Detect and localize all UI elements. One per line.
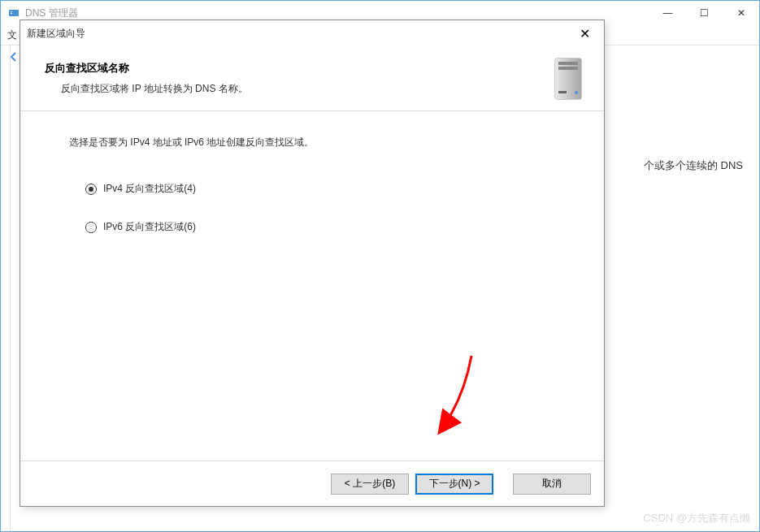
svg-rect-5 [558,62,578,65]
svg-rect-7 [558,91,567,93]
back-button[interactable]: < 上一步(B) [331,474,409,495]
tree-panel [1,45,11,531]
radio-icon [85,184,97,195]
svg-point-8 [575,91,578,94]
dialog-header: 反向查找区域名称 反向查找区域将 IP 地址转换为 DNS 名称。 [20,46,604,111]
svg-rect-0 [9,10,19,16]
radio-ipv4[interactable]: IPv4 反向查找区域(4) [85,182,555,196]
svg-rect-6 [558,67,578,70]
radio-icon [85,222,97,233]
dialog-footer: < 上一步(B) 下一步(N) > 取消 [20,461,604,506]
dialog-body: 选择是否要为 IPv4 地址或 IPv6 地址创建反向查找区域。 IPv4 反向… [20,111,604,283]
dns-app-icon [7,6,20,19]
dialog-subheading: 反向查找区域将 IP 地址转换为 DNS 名称。 [61,82,549,96]
svg-rect-1 [11,11,12,12]
annotation-arrow [382,352,480,449]
parent-title: DNS 管理器 [25,6,649,20]
dialog-prompt: 选择是否要为 IPv4 地址或 IPv6 地址创建反向查找区域。 [69,136,555,149]
radio-ipv6[interactable]: IPv6 反向查找区域(6) [85,220,555,234]
radio-group: IPv4 反向查找区域(4) IPv6 反向查找区域(6) [85,182,555,234]
dialog-close-button[interactable]: ✕ [571,20,597,46]
minimize-button[interactable]: — [649,1,686,25]
dialog-heading: 反向查找区域名称 [45,61,549,76]
next-button[interactable]: 下一步(N) > [415,474,493,495]
cancel-button[interactable]: 取消 [513,474,591,495]
server-tower-icon [549,55,588,102]
maximize-button[interactable]: ☐ [686,1,723,25]
dialog-titlebar[interactable]: 新建区域向导 ✕ [20,20,604,46]
menu-item[interactable]: 文 [7,28,17,42]
dialog-title: 新建区域向导 [27,27,85,41]
new-zone-wizard-dialog: 新建区域向导 ✕ 反向查找区域名称 反向查找区域将 IP 地址转换为 DNS 名… [20,19,605,507]
content-text: 个或多个连续的 DNS [644,159,743,171]
watermark: CSDN @方先森有点懒 [643,511,750,526]
radio-label: IPv6 反向查找区域(6) [103,220,196,234]
window-controls: — ☐ ✕ [649,1,759,25]
dialog-header-text: 反向查找区域名称 反向查找区域将 IP 地址转换为 DNS 名称。 [45,61,549,96]
radio-label: IPv4 反向查找区域(4) [103,182,196,196]
svg-rect-2 [11,13,12,14]
close-button[interactable]: ✕ [723,1,759,25]
